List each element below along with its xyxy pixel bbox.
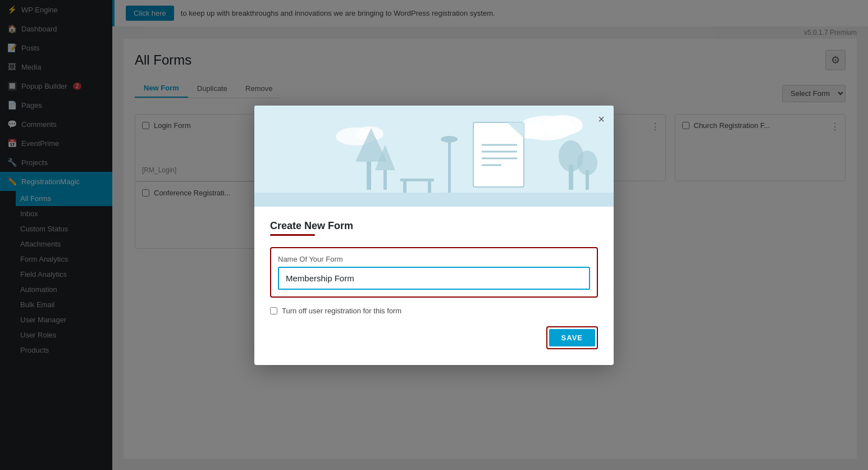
modal-overlay[interactable]: × [0, 0, 868, 470]
svg-rect-6 [367, 162, 371, 190]
svg-rect-23 [254, 193, 614, 207]
checkbox-row: Turn off user registration for this form [270, 307, 598, 315]
save-button-wrapper: SAVE [546, 326, 598, 349]
svg-rect-11 [403, 181, 406, 193]
illustration-svg [254, 106, 614, 207]
modal-title-underline [270, 234, 315, 236]
turn-off-registration-checkbox[interactable] [270, 307, 277, 314]
modal-illustration [254, 106, 614, 207]
svg-point-2 [543, 115, 583, 135]
save-button[interactable]: SAVE [549, 329, 595, 346]
checkbox-label: Turn off user registration for this form [282, 307, 401, 315]
svg-rect-17 [473, 122, 524, 187]
form-name-input[interactable] [278, 267, 590, 290]
modal-footer: SAVE [270, 326, 598, 349]
modal-title: Create New Form [270, 220, 598, 232]
svg-point-16 [577, 150, 597, 175]
svg-rect-24 [448, 139, 451, 193]
field-label: Name Of Your Form [278, 255, 590, 263]
svg-rect-10 [400, 179, 434, 181]
svg-point-25 [441, 136, 458, 143]
modal-close-button[interactable]: × [598, 113, 605, 125]
svg-rect-12 [428, 181, 431, 193]
svg-rect-8 [383, 170, 387, 190]
create-form-modal: × [254, 106, 614, 365]
modal-body: Create New Form Name Of Your Form Turn o… [254, 207, 614, 365]
form-name-field-group: Name Of Your Form [270, 247, 598, 298]
